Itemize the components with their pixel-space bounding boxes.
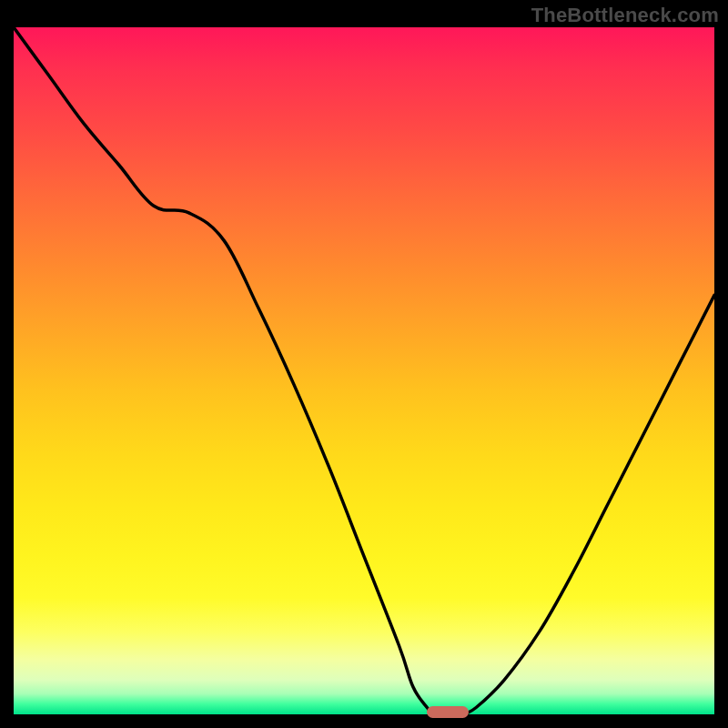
- bottleneck-curve: [14, 27, 714, 714]
- watermark-text: TheBottleneck.com: [531, 4, 719, 27]
- curve-path: [14, 27, 714, 714]
- optimum-marker: [427, 706, 469, 718]
- plot-area: [14, 27, 714, 714]
- chart-container: TheBottleneck.com: [0, 0, 728, 728]
